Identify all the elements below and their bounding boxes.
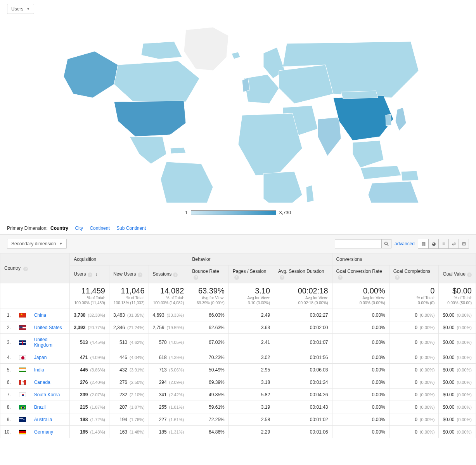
dimension-active[interactable]: Country xyxy=(50,226,68,231)
col-pages-session[interactable]: Pages / Session? xyxy=(228,265,274,283)
primary-dimension-label: Primary Dimension: xyxy=(7,226,48,231)
bounce-cell: 64.86% xyxy=(188,426,229,438)
col-new-users[interactable]: New Users? xyxy=(109,265,149,283)
flag-cell xyxy=(15,401,30,413)
gcr-cell: 0.00% xyxy=(332,401,389,413)
col-bounce-rate[interactable]: Bounce Rate? xyxy=(188,265,229,283)
data-table: Country ? Acquisition Behavior Conversio… xyxy=(0,253,476,438)
dimension-link-city[interactable]: City xyxy=(75,226,83,231)
world-map[interactable] xyxy=(0,18,476,208)
help-icon[interactable]: ? xyxy=(138,272,142,277)
flag-icon xyxy=(19,313,26,318)
sessions-cell: 294(2.09%) xyxy=(149,376,188,389)
search-button[interactable] xyxy=(381,239,391,248)
country-link[interactable]: United Kingdom xyxy=(34,337,52,348)
row-index: 8. xyxy=(0,401,15,413)
gc-cell: 0(0.00%) xyxy=(389,401,439,413)
help-icon[interactable]: ? xyxy=(234,275,239,280)
country-link[interactable]: Australia xyxy=(34,417,52,422)
new-users-cell: 446(4.04%) xyxy=(109,351,149,364)
gv-cell: $0.00(0.00%) xyxy=(439,426,476,438)
country-link[interactable]: Brazil xyxy=(34,404,46,410)
row-index: 10. xyxy=(0,426,15,438)
flag-cell xyxy=(15,376,30,389)
row-index: 6. xyxy=(0,376,15,389)
secondary-dimension-dropdown[interactable]: Secondary dimension ▼ xyxy=(7,239,67,249)
duration-cell: 00:02:00 xyxy=(274,321,332,334)
gv-cell: $0.00(0.00%) xyxy=(439,389,476,401)
new-users-cell: 163(1.48%) xyxy=(109,426,149,438)
country-link[interactable]: United States xyxy=(34,325,62,330)
pages-cell: 2.29 xyxy=(228,426,274,438)
gv-cell: $0.00(0.00%) xyxy=(439,351,476,364)
help-icon[interactable]: ? xyxy=(338,275,343,280)
view-pie-button[interactable]: ◕ xyxy=(428,239,438,248)
table-row: 7.South Korea239(2.07%)232(2.10%)341(2.4… xyxy=(0,389,476,401)
new-users-cell: 2,346(21.24%) xyxy=(109,321,149,334)
country-cell: China xyxy=(30,309,70,321)
col-goal-conv-rate[interactable]: Goal Conversion Rate? xyxy=(332,265,389,283)
col-avg-duration[interactable]: Avg. Session Duration? xyxy=(274,265,332,283)
flag-cell xyxy=(15,364,30,376)
caret-down-icon: ▼ xyxy=(26,7,30,11)
col-users[interactable]: Users?↓ xyxy=(70,265,109,283)
help-icon[interactable]: ? xyxy=(280,275,284,280)
gc-cell: 0(0.00%) xyxy=(389,334,439,351)
help-icon[interactable]: ? xyxy=(467,272,472,277)
country-link[interactable]: China xyxy=(34,312,46,318)
pages-cell: 2.58 xyxy=(228,413,274,426)
new-users-cell: 3,463(31.35%) xyxy=(109,309,149,321)
users-cell: 276(2.40%) xyxy=(70,376,109,389)
advanced-link[interactable]: advanced xyxy=(395,241,415,246)
table-row: 6.Canada276(2.40%)276(2.50%)294(2.09%)69… xyxy=(0,376,476,389)
country-link[interactable]: Canada xyxy=(34,380,50,385)
help-icon[interactable]: ? xyxy=(88,272,92,277)
gcr-cell: 0.00% xyxy=(332,426,389,438)
country-link[interactable]: South Korea xyxy=(34,392,60,397)
col-goal-value[interactable]: Goal Value? xyxy=(439,265,476,283)
dimension-link-continent[interactable]: Continent xyxy=(90,226,109,231)
users-cell: 198(1.72%) xyxy=(70,413,109,426)
metric-dropdown[interactable]: Users ▼ xyxy=(7,4,34,14)
gcr-cell: 0.00% xyxy=(332,389,389,401)
flag-cell xyxy=(15,426,30,438)
dimension-link-subcontinent[interactable]: Sub Continent xyxy=(116,226,146,231)
country-cell: United Kingdom xyxy=(30,334,70,351)
table-row: 1.China3,730(32.38%)3,463(31.35%)4,693(3… xyxy=(0,309,476,321)
sessions-cell: 2,759(19.59%) xyxy=(149,321,188,334)
table-row: 3.United Kingdom513(4.45%)510(4.62%)570(… xyxy=(0,334,476,351)
row-index: 9. xyxy=(0,413,15,426)
sessions-cell: 570(4.05%) xyxy=(149,334,188,351)
col-country[interactable]: Country ? xyxy=(0,253,70,283)
country-link[interactable]: India xyxy=(34,367,44,373)
gv-cell: $0.00(0.00%) xyxy=(439,321,476,334)
view-pivot-button[interactable]: ⊞ xyxy=(459,239,469,248)
flag-icon xyxy=(19,405,26,409)
row-index: 7. xyxy=(0,389,15,401)
gv-cell: $0.00(0.00%) xyxy=(439,401,476,413)
duration-cell: 00:02:27 xyxy=(274,309,332,321)
view-comparison-button[interactable]: ⇄ xyxy=(448,239,459,248)
users-cell: 471(4.09%) xyxy=(70,351,109,364)
col-sessions[interactable]: Sessions? xyxy=(149,265,188,283)
users-cell: 165(1.43%) xyxy=(70,426,109,438)
legend-gradient xyxy=(191,210,276,215)
col-goal-completions[interactable]: Goal Completions? xyxy=(389,265,439,283)
help-icon[interactable]: ? xyxy=(173,272,178,277)
duration-cell: 00:01:02 xyxy=(274,413,332,426)
view-bar-button[interactable]: ≡ xyxy=(438,239,448,248)
gcr-cell: 0.00% xyxy=(332,364,389,376)
caret-down-icon: ▼ xyxy=(59,242,62,246)
bounce-cell: 69.39% xyxy=(188,376,229,389)
country-link[interactable]: Japan xyxy=(34,355,47,360)
view-table-button[interactable]: ▦ xyxy=(418,239,428,248)
help-icon[interactable]: ? xyxy=(23,267,28,271)
country-cell: United States xyxy=(30,321,70,334)
help-icon[interactable]: ? xyxy=(194,275,198,280)
duration-cell: 00:01:43 xyxy=(274,401,332,413)
help-icon[interactable]: ? xyxy=(395,275,400,280)
table-search-input[interactable] xyxy=(335,239,381,248)
pages-cell: 3.63 xyxy=(228,321,274,334)
table-row: 2.United States2,392(20.77%)2,346(21.24%… xyxy=(0,321,476,334)
country-link[interactable]: Germany xyxy=(34,429,53,435)
